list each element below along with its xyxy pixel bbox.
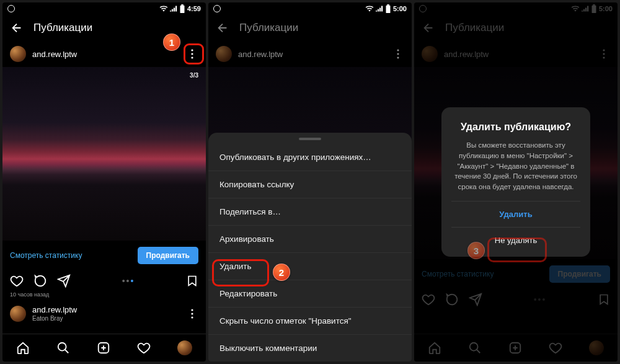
svg-point-7 — [191, 313, 193, 314]
comment-icon[interactable] — [33, 274, 47, 288]
username: and.rew.lptw — [238, 50, 283, 59]
bottom-nav — [2, 334, 206, 362]
signal-icon — [376, 6, 383, 12]
battery-icon — [385, 4, 391, 13]
bookmark-icon[interactable] — [186, 274, 198, 288]
caption-username: and.rew.lptw — [32, 305, 77, 314]
more-vertical-icon — [191, 49, 193, 59]
more-vertical-icon — [191, 309, 193, 319]
share-icon[interactable] — [57, 274, 71, 288]
svg-point-8 — [191, 316, 193, 318]
caption-location: Eaton Bray — [32, 315, 77, 322]
sheet-copy-link[interactable]: Копировать ссылку — [208, 171, 412, 198]
delete-dialog: Удалить публикацию? Вы сможете восстанов… — [441, 107, 590, 256]
svg-rect-13 — [387, 4, 389, 6]
sheet-share-to[interactable]: Поделиться в… — [208, 198, 412, 226]
post-author-row: and.rew.lptw — [208, 41, 412, 67]
svg-rect-12 — [386, 6, 390, 13]
new-post-icon[interactable] — [97, 341, 110, 355]
profile-nav-avatar[interactable] — [177, 340, 192, 355]
sheet-delete[interactable]: Удалить — [208, 253, 412, 280]
svg-point-9 — [58, 343, 66, 351]
battery-icon — [179, 4, 185, 13]
svg-point-14 — [397, 49, 399, 51]
wifi-icon — [365, 6, 374, 12]
sheet-share-apps[interactable]: Опубликовать в других приложениях… — [208, 144, 412, 171]
avatar[interactable] — [10, 46, 26, 62]
post-more-button — [392, 49, 404, 59]
screen-3: 5:00 Публикации and.rew.lptw Смотреть ст… — [414, 2, 618, 362]
sheet-archive[interactable]: Архивировать — [208, 226, 412, 253]
page-title: Публикации — [33, 22, 92, 34]
svg-rect-1 — [180, 6, 184, 13]
like-icon[interactable] — [10, 274, 24, 288]
sheet-handle[interactable] — [299, 138, 321, 140]
home-icon[interactable] — [16, 341, 30, 355]
stats-row: Смотреть статистику Продвигать — [2, 241, 206, 270]
status-bar: 5:00 — [208, 2, 412, 15]
back-icon[interactable] — [10, 21, 24, 35]
svg-point-0 — [8, 6, 15, 12]
post-photo[interactable]: 3/3 — [2, 67, 206, 241]
view-stats-link[interactable]: Смотреть статистику — [10, 251, 82, 260]
shazam-icon — [213, 5, 221, 12]
post-author-row[interactable]: and.rew.lptw — [2, 41, 206, 67]
svg-point-11 — [214, 6, 221, 12]
wifi-icon — [159, 6, 168, 12]
dialog-title: Удалить публикацию? — [451, 121, 580, 134]
post-more-button[interactable] — [186, 49, 198, 59]
svg-point-16 — [397, 56, 399, 58]
page-title: Публикации — [239, 22, 298, 34]
dialog-confirm-button[interactable]: Удалить — [451, 201, 580, 227]
username[interactable]: and.rew.lptw — [32, 50, 77, 59]
sheet-disable-comments[interactable]: Выключить комментарии — [208, 335, 412, 362]
sheet-hide-likes[interactable]: Скрыть число отметок "Нравится" — [208, 308, 412, 335]
signal-icon — [170, 6, 177, 12]
carousel-dots: ••• — [81, 276, 176, 286]
dialog-cancel-button[interactable]: Не удалять — [451, 227, 580, 253]
svg-point-15 — [397, 53, 399, 55]
avatar — [10, 306, 26, 322]
search-icon[interactable] — [56, 341, 70, 355]
action-sheet: Опубликовать в других приложениях… Копир… — [208, 133, 412, 362]
svg-rect-2 — [181, 4, 184, 6]
sheet-edit[interactable]: Редактировать — [208, 280, 412, 308]
shazam-icon — [7, 5, 15, 12]
svg-point-4 — [191, 53, 193, 55]
promote-button[interactable]: Продвигать — [138, 247, 198, 264]
svg-point-3 — [191, 49, 193, 51]
screen-1: 4:59 Публикации and.rew.lptw 3/3 Смотрет… — [2, 2, 206, 362]
carousel-counter: 3/3 — [190, 72, 198, 79]
avatar — [216, 46, 232, 62]
dialog-body: Вы сможете восстановить эту публикацию в… — [451, 140, 580, 192]
caption-author-row[interactable]: and.rew.lptw Eaton Bray — [2, 300, 206, 327]
dialog-backdrop[interactable]: Удалить публикацию? Вы сможете восстанов… — [414, 2, 618, 362]
back-icon — [216, 21, 229, 35]
activity-icon[interactable] — [137, 341, 151, 355]
screen-2: 5:00 Публикации and.rew.lptw Опубликоват… — [208, 2, 412, 362]
status-bar: 4:59 — [2, 2, 206, 15]
svg-point-6 — [191, 309, 193, 311]
more-vertical-icon — [397, 49, 399, 59]
status-time: 4:59 — [187, 5, 201, 12]
header: Публикации — [2, 15, 206, 41]
caption-more-button[interactable] — [186, 309, 198, 319]
post-actions: ••• — [2, 270, 206, 291]
status-time: 5:00 — [393, 5, 407, 12]
svg-point-5 — [191, 56, 193, 58]
header: Публикации — [208, 15, 412, 41]
time-ago: 10 часов назад — [2, 291, 206, 300]
